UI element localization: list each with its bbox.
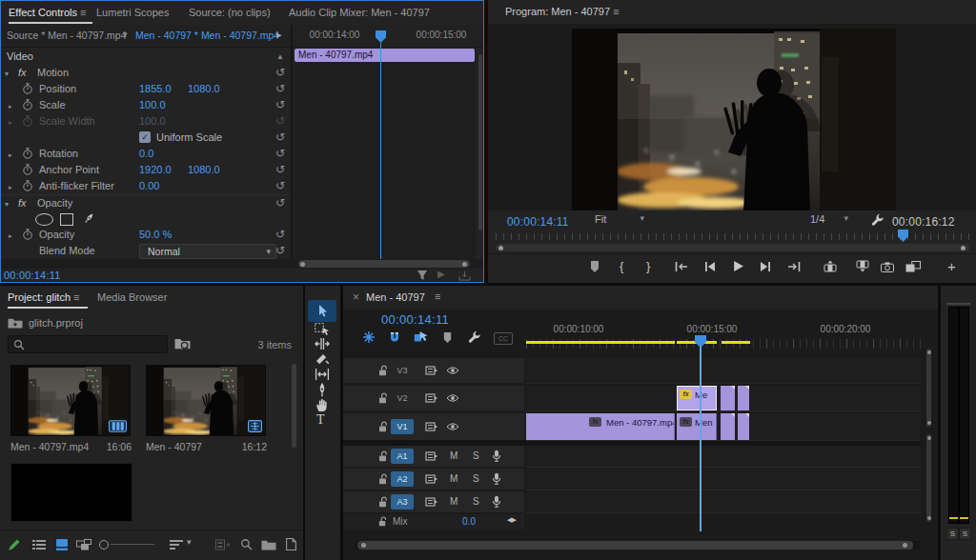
timeline-vscroll-video[interactable] <box>926 349 931 427</box>
project-search-input[interactable] <box>8 335 168 353</box>
timeline-horizontal-scrollbar[interactable] <box>357 541 913 550</box>
motion-expander-icon[interactable]: ▾ <box>5 66 9 82</box>
stopwatch-icon[interactable] <box>22 180 33 191</box>
pen-tool[interactable] <box>315 382 330 397</box>
razor-tool[interactable] <box>315 351 330 367</box>
add-marker-icon[interactable] <box>589 260 600 273</box>
timeline-add-marker-icon[interactable] <box>442 331 453 344</box>
mute-button[interactable]: M <box>450 496 458 507</box>
track-v3-target[interactable]: V3 <box>391 363 414 378</box>
track-select-forward-tool[interactable] <box>315 321 330 336</box>
position-y-value[interactable]: 1080.0 <box>188 81 220 97</box>
scale-expander-icon[interactable]: ▸ <box>9 98 12 114</box>
new-bin-icon[interactable] <box>261 539 276 550</box>
project-writable-pen-icon[interactable] <box>8 538 21 551</box>
sync-lock-icon[interactable] <box>425 421 438 432</box>
next-keyframe-arrow-icon[interactable]: ▸ <box>276 29 282 41</box>
clip-v1-long[interactable]: fx Men - 40797.mp4 <box>526 413 675 440</box>
keyframe-nav-icon[interactable]: ◀▶ <box>507 516 516 524</box>
stopwatch-icon[interactable] <box>22 99 33 110</box>
play-button-icon[interactable] <box>732 260 744 272</box>
clip-v1-small-2[interactable] <box>738 413 749 440</box>
nested-sequence-icon[interactable] <box>362 330 376 344</box>
antiflicker-value[interactable]: 0.00 <box>139 178 159 194</box>
track-content-a3[interactable] <box>526 491 921 513</box>
audio-meter-left[interactable] <box>948 307 959 524</box>
clip-v1-small-1[interactable] <box>721 413 735 440</box>
voiceover-mic-icon[interactable] <box>492 450 501 463</box>
anchor-x-value[interactable]: 1920.0 <box>139 162 172 178</box>
scroll-handle-dot[interactable] <box>300 262 305 267</box>
ec-current-timecode[interactable]: 00:00:14:11 <box>4 270 61 281</box>
reset-antiflicker-icon[interactable]: ↺ <box>274 178 287 194</box>
program-current-timecode[interactable]: 00:00:14:11 <box>507 215 569 229</box>
anchor-y-value[interactable]: 1080.0 <box>188 162 220 178</box>
reset-scale-icon[interactable]: ↺ <box>274 97 287 113</box>
lift-icon[interactable] <box>824 260 837 272</box>
reset-anchor-icon[interactable]: ↺ <box>274 162 287 178</box>
lock-icon[interactable] <box>377 392 389 404</box>
tab-effect-controls[interactable]: Effect Controls ≡ <box>9 7 86 18</box>
project-item-1[interactable]: Men - 40797.mp4 16:06 <box>8 362 133 455</box>
extract-icon[interactable] <box>856 260 869 272</box>
ellipse-mask-icon[interactable] <box>35 213 53 226</box>
step-back-icon[interactable] <box>704 261 716 272</box>
opacity-value-expander-icon[interactable]: ▸ <box>9 228 12 244</box>
scroll-handle-dot[interactable] <box>961 246 966 250</box>
rotation-expander-icon[interactable]: ▸ <box>9 147 12 163</box>
solo-button[interactable]: S <box>473 473 479 484</box>
program-playhead-marker[interactable] <box>898 230 908 242</box>
project-item-1-thumbnail[interactable] <box>10 365 131 436</box>
project-vertical-scrollbar[interactable] <box>292 364 296 448</box>
go-to-out-icon[interactable] <box>787 261 801 272</box>
timeline-current-timecode[interactable]: 00:00:14:11 <box>381 312 449 327</box>
scroll-handle-dot[interactable] <box>361 543 366 548</box>
tab-media-browser[interactable]: Media Browser <box>97 291 167 303</box>
meter-solo-left-button[interactable]: S <box>946 528 959 540</box>
audio-meter-right[interactable] <box>959 307 969 524</box>
type-tool[interactable]: T <box>316 412 325 428</box>
scale-value[interactable]: 100.0 <box>139 97 166 113</box>
reset-opacity-icon[interactable]: ↺ <box>274 227 287 243</box>
tab-source[interactable]: Source: (no clips) <box>189 7 271 18</box>
scroll-handle-dot[interactable] <box>927 436 931 440</box>
sort-chevron-icon[interactable]: ▾ <box>187 537 192 547</box>
timeline-ruler[interactable]: 00:00:10:00 00:00:15:00 00:00:20:00 <box>526 322 921 350</box>
clip-v1-short[interactable]: fx Men <box>677 413 717 440</box>
ec-vertical-scrollbar[interactable] <box>478 54 482 230</box>
solo-button[interactable]: S <box>473 496 479 507</box>
voiceover-mic-icon[interactable] <box>492 472 501 486</box>
opacity-value[interactable]: 50.0 % <box>139 227 172 243</box>
meter-solo-right-button[interactable]: S <box>959 528 971 540</box>
tab-lumetri-scopes[interactable]: Lumetri Scopes <box>96 7 169 18</box>
position-x-value[interactable]: 1855.0 <box>139 81 172 97</box>
panel-menu-icon[interactable]: ≡ <box>73 291 79 303</box>
track-content-mix[interactable] <box>526 514 921 530</box>
stopwatch-icon[interactable] <box>22 229 33 240</box>
filmstrip-badge-icon[interactable] <box>109 420 127 432</box>
track-a2-target[interactable]: A2 <box>391 471 414 487</box>
lock-icon[interactable] <box>377 516 388 527</box>
reset-uniform-scale-icon[interactable]: ↺ <box>274 130 287 146</box>
tab-project[interactable]: Project: glitch ≡ <box>8 291 80 303</box>
linked-selection-icon[interactable] <box>414 330 428 344</box>
sync-lock-icon[interactable] <box>425 496 438 508</box>
clip-v2-selected[interactable]: fx Me <box>677 386 717 410</box>
captions-icon[interactable]: CC <box>494 332 513 345</box>
sync-lock-icon[interactable] <box>425 365 438 376</box>
icon-view-icon[interactable] <box>55 539 69 550</box>
tab-timeline-sequence[interactable]: Men - 40797 <box>366 291 425 303</box>
thumbnail-zoom-knob[interactable] <box>99 540 109 550</box>
track-v1-target[interactable]: V1 <box>391 419 414 434</box>
lock-icon[interactable] <box>377 365 389 376</box>
hand-tool[interactable] <box>315 397 330 412</box>
uniform-scale-checkbox[interactable]: ✓ <box>139 131 151 143</box>
project-item-2-thumbnail[interactable] <box>146 365 266 436</box>
list-view-icon[interactable] <box>32 539 46 550</box>
freeform-view-icon[interactable] <box>76 539 92 550</box>
lock-icon[interactable] <box>377 421 389 432</box>
ec-mini-timeline[interactable]: Men - 40797.mp4 <box>295 47 476 259</box>
playback-resolution-select[interactable]: 1/4 ▾ <box>810 213 848 229</box>
selection-tool[interactable] <box>315 304 330 319</box>
new-item-icon[interactable] <box>286 538 296 550</box>
